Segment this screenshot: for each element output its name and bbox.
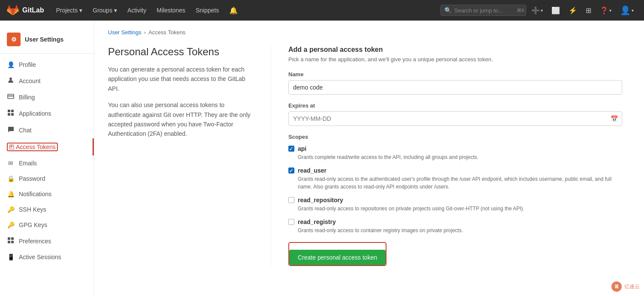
sidebar-header: ⚙ User Settings [0,27,94,54]
notifications-icon: 🔔 [7,191,15,197]
scope-api-name: api [298,145,306,152]
search-input[interactable] [454,7,514,14]
form-panel: Add a personal access token Pick a name … [271,46,622,266]
gitlab-logo-icon [7,4,19,16]
password-icon: 🔒 [7,175,15,182]
description-panel: Personal Access Tokens You can generate … [108,46,254,266]
expires-input-wrapper: 📅 [288,111,622,126]
scope-read-registry-desc: Grants read-only access to container reg… [298,227,622,234]
nav-projects[interactable]: Projects ▾ [51,0,88,21]
svg-rect-5 [8,113,10,116]
sidebar-item-active-sessions[interactable]: 📱 Active Sessions [0,249,94,265]
sidebar-item-password[interactable]: 🔒 Password [0,171,94,186]
sidebar-item-notifications[interactable]: 🔔 Notifications [0,186,94,202]
sidebar-item-access-tokens[interactable]: Access Tokens [0,138,94,155]
nav-activity[interactable]: Activity [122,0,151,21]
form-section-title: Add a personal access token [288,46,622,54]
svg-point-0 [9,78,12,80]
nav-notification-bell[interactable]: 🔔 [224,0,243,21]
scope-read-registry-checkbox[interactable] [288,219,294,225]
form-section-desc: Pick a name for the application, and we'… [288,56,622,63]
create-token-button[interactable]: Create personal access token [289,250,386,265]
svg-rect-13 [11,241,14,243]
search-icon: 🔍 [444,7,452,14]
sidebar-item-chat[interactable]: Chat [0,122,94,138]
scope-read-repository: read_repository Grants read-only access … [288,197,622,212]
sidebar-item-emails[interactable]: ✉ Emails [0,155,94,171]
watermark-text: 亿速云 [624,283,640,290]
navbar-right: 🔍 ⌘K ➕ ▾ ⬜ ⚡ ⊞ ❓ ▾ 👤 ▾ [440,0,637,21]
screen-icon[interactable]: ⬜ [548,0,563,21]
applications-icon [7,109,15,117]
sidebar-title: User Settings [25,36,63,43]
expires-group: Expires at 📅 [288,102,622,126]
user-avatar-button[interactable]: 👤 ▾ [617,0,637,21]
account-icon [7,77,15,85]
svg-rect-11 [11,237,14,240]
sidebar-item-applications[interactable]: Applications [0,105,94,122]
breadcrumb: User Settings › Access Tokens [108,29,630,36]
expires-label: Expires at [288,102,622,109]
help-button[interactable]: ❓ ▾ [596,0,615,21]
nav-groups[interactable]: Groups ▾ [87,0,122,21]
main-nav: Projects ▾ Groups ▾ Activity Milestones … [51,0,440,21]
scope-read-repository-desc: Grants read-only access to repositories … [298,205,622,212]
scope-api-desc: Grants complete read/write access to the… [298,153,622,161]
issues-icon[interactable]: ⊞ [582,0,595,21]
description-p2: You can also use personal access tokens … [108,100,254,139]
svg-rect-12 [8,241,10,243]
scope-read-registry-name: read_registry [298,218,336,225]
preferences-icon [7,237,15,245]
name-input[interactable] [288,80,622,95]
page-title: Personal Access Tokens [108,46,254,58]
scope-read-user-checkbox[interactable]: ✓ [288,167,294,173]
scope-read-user-desc: Grants read-only access to the authentic… [298,175,622,191]
content-grid: Personal Access Tokens You can generate … [108,46,622,266]
breadcrumb-parent[interactable]: User Settings [108,29,141,36]
keyboard-shortcut-badge: ⌘K [517,8,524,13]
sidebar-item-billing[interactable]: Billing [0,89,94,105]
svg-rect-3 [8,110,10,112]
svg-rect-2 [8,96,14,96]
sidebar-item-account[interactable]: Account [0,72,94,89]
sidebar-item-preferences[interactable]: Preferences [0,233,94,249]
sidebar-item-ssh-keys[interactable]: 🔑 SSH Keys [0,202,94,217]
scope-read-user-name: read_user [298,167,326,174]
svg-rect-9 [10,147,12,148]
gpg-icon: 🔑 [7,221,15,228]
breadcrumb-separator: › [144,29,146,36]
nav-milestones[interactable]: Milestones [152,0,191,21]
chevron-down-icon: ▾ [79,7,82,14]
billing-icon [7,93,15,101]
scope-api: ✓ api Grants complete read/write access … [288,145,622,161]
access-tokens-icon [9,144,14,149]
search-box[interactable]: 🔍 ⌘K [440,5,526,16]
nav-snippets[interactable]: Snippets [190,0,224,21]
description-p1: You can generate a personal access token… [108,65,254,93]
scope-read-registry: read_registry Grants read-only access to… [288,218,622,234]
breadcrumb-current: Access Tokens [148,29,185,36]
page-layout: ⚙ User Settings 👤 Profile Account Billin… [0,21,644,296]
scope-read-repository-checkbox[interactable] [288,197,294,203]
scope-read-user: ✓ read_user Grants read-only access to t… [288,167,622,191]
scopes-label: Scopes [288,134,622,140]
sidebar: ⚙ User Settings 👤 Profile Account Billin… [0,21,94,296]
scope-api-checkbox[interactable]: ✓ [288,146,294,152]
watermark: 速 亿速云 [611,281,640,292]
brand-logo[interactable]: GitLab [7,4,44,16]
new-item-button[interactable]: ➕ ▾ [528,0,546,21]
access-tokens-active-box: Access Tokens [7,143,58,151]
watermark-logo: 速 [611,281,622,292]
expires-input[interactable] [288,111,622,126]
sidebar-item-profile[interactable]: 👤 Profile [0,57,94,72]
svg-rect-6 [11,113,14,116]
svg-rect-8 [10,146,13,147]
merge-requests-icon[interactable]: ⚡ [565,0,581,21]
top-navbar: GitLab Projects ▾ Groups ▾ Activity Mile… [0,0,644,21]
brand-text: GitLab [22,6,44,14]
svg-rect-4 [11,110,14,112]
emails-icon: ✉ [7,160,15,167]
chevron-down-icon: ▾ [114,7,117,14]
svg-rect-10 [8,237,10,240]
sidebar-item-gpg-keys[interactable]: 🔑 GPG Keys [0,217,94,233]
